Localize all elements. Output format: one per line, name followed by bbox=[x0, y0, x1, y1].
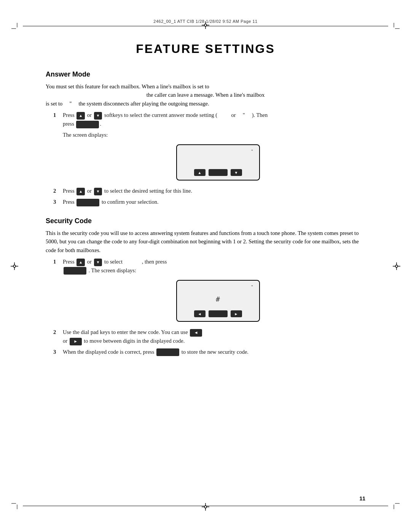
sec-step-3-number: 3 bbox=[53, 348, 63, 356]
sec-btn-right-2: ► bbox=[70, 338, 82, 345]
security-code-para1: This is the security code you will use t… bbox=[46, 229, 365, 254]
btn-confirm-1 bbox=[76, 121, 99, 128]
step-3-content: Press to confirm your selection. bbox=[63, 198, 365, 206]
sec-step-1-screen: . The screen displays: bbox=[89, 267, 136, 273]
reg-mark-tl bbox=[11, 23, 23, 34]
sec-btn-down-1: ▼ bbox=[94, 259, 102, 266]
step-3-press: Press bbox=[63, 199, 76, 205]
sec-step-1-press: Press bbox=[63, 259, 76, 265]
sec-step-2-content: Use the dial pad keys to enter the new c… bbox=[63, 328, 365, 345]
btn-up-2: ▲ bbox=[76, 188, 85, 195]
page-number: 11 bbox=[359, 495, 365, 502]
sec-btn-left-2: ◄ bbox=[190, 329, 202, 337]
answer-mode-step-1: 1 Press ▲ or ▼ softkeys to select the cu… bbox=[53, 111, 365, 128]
security-screen: " # ◄ ► bbox=[176, 280, 260, 322]
screen-btn-down-answer: ▼ bbox=[231, 169, 242, 176]
security-step-3: 3 When the displayed code is correct, pr… bbox=[53, 348, 365, 356]
step-1-content: Press ▲ or ▼ softkeys to select the curr… bbox=[63, 111, 365, 128]
sec-btn-store-3 bbox=[156, 348, 179, 356]
answer-mode-step-2: 2 Press ▲ or ▼ to select the desired set… bbox=[53, 187, 365, 195]
answer-mode-screen-container: " ▲ ▼ bbox=[70, 144, 365, 181]
step-1-number: 1 bbox=[53, 111, 63, 128]
screen-btn-right-security: ► bbox=[231, 310, 242, 317]
step-1-press: Press bbox=[63, 112, 76, 118]
screen-label-blank bbox=[53, 131, 63, 139]
sec-step-2-text2: to move between digits in the displayed … bbox=[84, 338, 185, 344]
answer-mode-screen-label: The screen displays: bbox=[53, 131, 365, 139]
step-1-or: or bbox=[87, 112, 93, 118]
security-step-1: 1 Press ▲ or ▼ to select , then press . … bbox=[53, 257, 365, 275]
answer-mode-heading: Answer Mode bbox=[46, 70, 365, 78]
header-bar bbox=[23, 26, 388, 26]
sec-step-1-content: Press ▲ or ▼ to select , then press . Th… bbox=[63, 257, 365, 275]
step-1-or2: or " ). Then bbox=[219, 112, 268, 118]
screen-quote-answer: " bbox=[251, 149, 253, 154]
answer-mode-step-3: 3 Press to confirm your selection. bbox=[53, 198, 365, 206]
screen-quote-security: " bbox=[251, 284, 253, 290]
answer-mode-steps: 1 Press ▲ or ▼ softkeys to select the cu… bbox=[53, 111, 365, 206]
security-step-2: 2 Use the dial pad keys to enter the new… bbox=[53, 328, 365, 345]
page-container: 2462_00_1 ATT CIB 1/28 1/28/02 9:52 AM P… bbox=[0, 0, 411, 532]
screen-buttons-answer: ▲ ▼ bbox=[194, 169, 242, 176]
sec-step-3-text2: to store the new security code. bbox=[182, 349, 249, 355]
screen-btn-mid-answer bbox=[209, 169, 228, 176]
step-1-press2: press bbox=[63, 121, 75, 127]
reg-mark-tr bbox=[388, 23, 400, 34]
btn-confirm-3 bbox=[76, 199, 99, 206]
sec-step-2-text1: Use the dial pad keys to enter the new c… bbox=[63, 329, 189, 335]
sec-step-1-select: to select bbox=[104, 259, 123, 265]
reg-mark-br bbox=[388, 498, 400, 509]
answer-mode-screen: " ▲ ▼ bbox=[176, 144, 260, 181]
footer-bar bbox=[23, 506, 388, 506]
header-text: 2462_00_1 ATT CIB 1/28 1/28/02 9:52 AM P… bbox=[0, 19, 411, 24]
screen-buttons-security: ◄ ► bbox=[194, 310, 242, 317]
reg-mark-bl bbox=[11, 498, 23, 509]
screen-btn-mid-security bbox=[209, 310, 228, 317]
crosshair-right bbox=[393, 262, 400, 270]
answer-mode-para1-center: the caller can leave a message. When a l… bbox=[46, 91, 365, 99]
btn-down-1: ▼ bbox=[94, 112, 102, 120]
step-2-or: or bbox=[87, 188, 93, 194]
sec-step-1-or: or bbox=[87, 259, 93, 265]
crosshair-left bbox=[11, 262, 18, 270]
sec-step-1-then: , then press bbox=[124, 259, 167, 265]
main-content: Answer Mode You must set this feature fo… bbox=[46, 70, 365, 367]
security-code-steps: 1 Press ▲ or ▼ to select , then press . … bbox=[53, 257, 365, 356]
security-code-section: Security Code This is the security code … bbox=[46, 217, 365, 356]
btn-up-1: ▲ bbox=[76, 112, 85, 120]
btn-down-2: ▼ bbox=[94, 188, 102, 195]
security-screen-container: " # ◄ ► bbox=[70, 280, 365, 322]
step-1-text: softkeys to select the current answer mo… bbox=[104, 112, 217, 118]
sec-step-2-or: or bbox=[63, 338, 69, 344]
step-3-number: 3 bbox=[53, 198, 63, 206]
screen-label-text: The screen displays: bbox=[63, 131, 365, 139]
answer-mode-para1: You must set this feature for each mailb… bbox=[46, 82, 365, 108]
crosshair-bottom bbox=[202, 503, 209, 511]
sec-step-2-number: 2 bbox=[53, 328, 63, 345]
security-code-heading: Security Code bbox=[46, 217, 365, 225]
sec-btn-up-1: ▲ bbox=[76, 259, 85, 266]
screen-btn-up-answer: ▲ bbox=[194, 169, 206, 176]
screen-hash: # bbox=[216, 295, 220, 303]
step-2-number: 2 bbox=[53, 187, 63, 195]
screen-btn-left-security: ◄ bbox=[194, 310, 206, 317]
step-2-content: Press ▲ or ▼ to select the desired setti… bbox=[63, 187, 365, 195]
page-title: FEATURE SETTINGS bbox=[0, 42, 411, 56]
sec-step-3-text1: When the displayed code is correct, pres… bbox=[63, 349, 156, 355]
sec-btn-confirm-1 bbox=[64, 267, 86, 275]
sec-step-3-content: When the displayed code is correct, pres… bbox=[63, 348, 365, 356]
step-3-text: to confirm your selection. bbox=[102, 199, 159, 205]
step-2-press: Press bbox=[63, 188, 76, 194]
sec-step-1-number: 1 bbox=[53, 257, 63, 275]
step-2-text: to select the desired setting for this l… bbox=[104, 188, 192, 194]
answer-mode-section: Answer Mode You must set this feature fo… bbox=[46, 70, 365, 206]
